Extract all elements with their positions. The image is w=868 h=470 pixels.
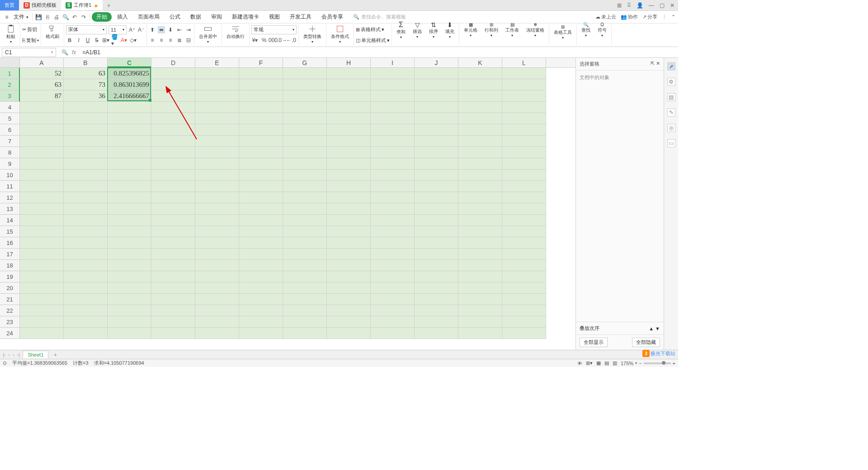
cell[interactable]	[327, 203, 371, 215]
cell[interactable]	[20, 147, 64, 158]
cell[interactable]	[415, 226, 458, 237]
view-eye-icon[interactable]: 👁	[577, 361, 582, 366]
cell[interactable]	[20, 294, 64, 305]
row-header[interactable]: 10	[0, 169, 20, 181]
cell[interactable]	[64, 260, 108, 271]
cell[interactable]	[327, 158, 371, 169]
cell[interactable]	[239, 294, 283, 305]
cell[interactable]	[327, 271, 371, 282]
row-header[interactable]: 8	[0, 147, 20, 158]
cell[interactable]	[283, 305, 327, 316]
cell[interactable]	[283, 147, 327, 158]
cell[interactable]	[327, 68, 371, 79]
cell[interactable]	[327, 226, 371, 237]
cell[interactable]	[415, 136, 458, 147]
cell[interactable]	[20, 215, 64, 226]
cell[interactable]	[415, 147, 458, 158]
row-header[interactable]: 3	[0, 90, 20, 102]
cell[interactable]	[151, 271, 195, 282]
cell[interactable]	[64, 215, 108, 226]
row-header[interactable]: 11	[0, 181, 20, 192]
cell[interactable]	[239, 215, 283, 226]
coop-button[interactable]: 👥 协作	[621, 14, 638, 20]
name-box[interactable]: C1▾	[2, 48, 56, 57]
view-grid-icon[interactable]: ⊞▾	[586, 360, 593, 366]
sheet-last-icon[interactable]: ›|	[17, 352, 20, 357]
cell[interactable]	[327, 113, 371, 124]
cell[interactable]	[415, 260, 458, 271]
cell[interactable]	[239, 169, 283, 181]
cell[interactable]	[327, 169, 371, 181]
cell[interactable]	[458, 192, 502, 203]
strikethrough-button[interactable]: S̶	[93, 37, 100, 44]
cell[interactable]	[415, 328, 458, 339]
cell[interactable]	[64, 102, 108, 113]
cell[interactable]	[195, 215, 239, 226]
cell[interactable]	[458, 124, 502, 136]
maximize-icon[interactable]: ▢	[660, 2, 665, 9]
user-icon[interactable]: 👤	[637, 2, 643, 9]
cell[interactable]	[20, 249, 64, 260]
cell[interactable]	[151, 294, 195, 305]
row-header[interactable]: 12	[0, 192, 20, 203]
table-tools-button[interactable]: ⊞表格工具▾	[551, 24, 575, 40]
show-all-button[interactable]: 全部显示	[580, 338, 608, 347]
row-header[interactable]: 24	[0, 328, 20, 339]
collapse-icon[interactable]: ⌃	[671, 14, 675, 20]
cell[interactable]	[239, 147, 283, 158]
font-size-select[interactable]: 11▾	[108, 25, 127, 34]
worksheet-button[interactable]: ▤工作表▾	[503, 22, 522, 38]
cell[interactable]	[239, 260, 283, 271]
cell[interactable]	[20, 124, 64, 136]
cell[interactable]	[327, 215, 371, 226]
cell[interactable]	[151, 90, 195, 102]
cell[interactable]	[371, 147, 415, 158]
hide-all-button[interactable]: 全部隐藏	[632, 338, 660, 347]
align-center-icon[interactable]: ≡	[158, 37, 165, 44]
undo-icon[interactable]: ↶	[71, 13, 79, 21]
cell[interactable]	[458, 203, 502, 215]
cell[interactable]	[239, 181, 283, 192]
cell[interactable]	[64, 136, 108, 147]
align-bottom-icon[interactable]: ⬇	[167, 26, 174, 33]
cell[interactable]	[195, 68, 239, 79]
row-header[interactable]: 21	[0, 294, 20, 305]
cancel-formula-icon[interactable]: 🔍	[61, 49, 68, 56]
cell[interactable]	[415, 192, 458, 203]
cell[interactable]	[371, 102, 415, 113]
cell[interactable]	[195, 158, 239, 169]
cell[interactable]	[151, 215, 195, 226]
cell[interactable]	[502, 169, 546, 181]
cell[interactable]	[239, 90, 283, 102]
column-header[interactable]: G	[283, 58, 327, 67]
align-left-icon[interactable]: ≡	[149, 37, 156, 44]
column-header[interactable]: H	[327, 58, 371, 67]
cell[interactable]	[239, 113, 283, 124]
cell[interactable]	[108, 226, 151, 237]
redo-icon[interactable]: ↷	[80, 13, 88, 21]
cell[interactable]	[458, 102, 502, 113]
cell[interactable]	[108, 215, 151, 226]
cell[interactable]	[20, 305, 64, 316]
cell[interactable]: 73	[64, 79, 108, 90]
cell[interactable]	[195, 181, 239, 192]
cell[interactable]	[239, 328, 283, 339]
cell[interactable]	[151, 282, 195, 294]
cell[interactable]	[151, 181, 195, 192]
cell[interactable]	[371, 237, 415, 249]
row-header[interactable]: 20	[0, 282, 20, 294]
cell[interactable]	[20, 136, 64, 147]
column-header[interactable]: C	[108, 58, 151, 67]
file-menu[interactable]: 文件▾	[12, 13, 30, 21]
cell[interactable]	[151, 316, 195, 328]
cell[interactable]	[239, 102, 283, 113]
column-header[interactable]: F	[239, 58, 283, 67]
layout-icon[interactable]: ⊞	[617, 2, 622, 9]
wrap-text-button[interactable]: 自动换行	[224, 24, 247, 40]
tab-template[interactable]: D 找稻壳模板	[19, 0, 61, 10]
location-icon[interactable]: ◎	[667, 124, 675, 132]
cell[interactable]	[195, 124, 239, 136]
rowcol-button[interactable]: ⊞行和列▾	[482, 22, 501, 38]
italic-button[interactable]: I	[75, 37, 82, 44]
cell[interactable]	[151, 260, 195, 271]
